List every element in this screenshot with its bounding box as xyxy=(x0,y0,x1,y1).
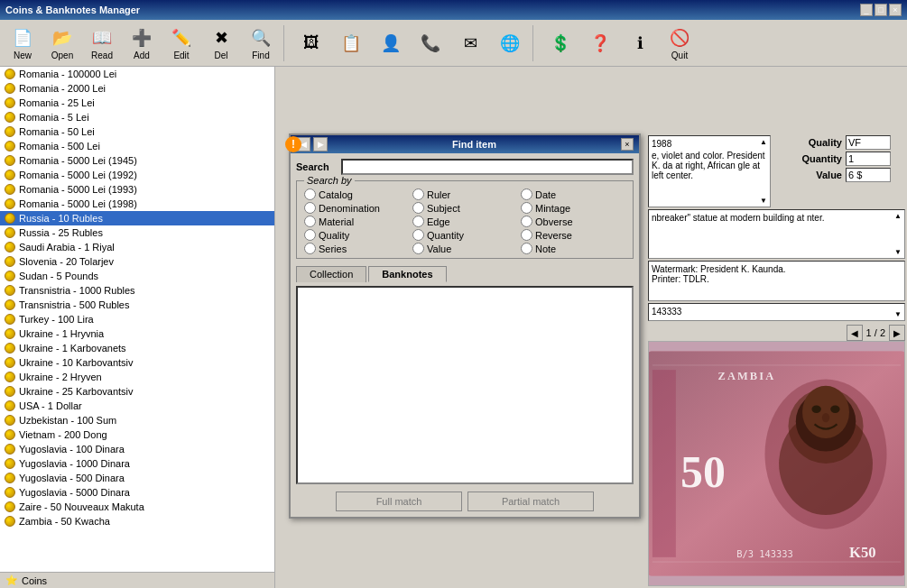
radio-subject[interactable]: Subject xyxy=(412,202,517,214)
list-item[interactable]: Romania - 25 Lei xyxy=(0,96,274,110)
page-prev-button[interactable]: ◀ xyxy=(847,325,863,341)
list-item[interactable]: Yugoslavia - 500 Dinara xyxy=(0,471,274,485)
coin-icon xyxy=(4,443,16,455)
toolbar-btn-13[interactable]: 🌐 xyxy=(491,23,529,64)
list-item-label: Romania - 5000 Lei (1992) xyxy=(19,170,137,180)
list-item[interactable]: Romania - 2000 Lei xyxy=(0,81,274,96)
quantity-input[interactable] xyxy=(846,152,891,166)
svg-text:ZAMBIA: ZAMBIA xyxy=(718,370,776,382)
read-button[interactable]: 📖 Read xyxy=(83,23,121,64)
radio-series[interactable]: Series xyxy=(304,243,409,254)
scroll-up-2-icon[interactable]: ▲ xyxy=(893,212,902,220)
toolbar-btn-15[interactable]: ❓ xyxy=(581,23,619,64)
scroll-up-icon[interactable]: ▲ xyxy=(759,138,768,146)
radio-material[interactable]: Material xyxy=(304,216,409,227)
minimize-button[interactable]: _ xyxy=(860,4,873,16)
list-item[interactable]: Sudan - 5 Pounds xyxy=(0,269,274,283)
list-item[interactable]: Ukraine - 1 Hryvnia xyxy=(0,326,274,341)
coin-icon xyxy=(4,154,16,167)
list-item[interactable]: USA - 1 Dollar xyxy=(0,399,274,413)
list-item[interactable]: Transnistria - 500 Rubles xyxy=(0,298,274,312)
list-item[interactable]: Ukraine - 25 Karbovantsiv xyxy=(0,384,274,399)
list-item[interactable]: Ukraine - 1 Karbovanets xyxy=(0,341,274,355)
toolbar-btn-10[interactable]: 👤 xyxy=(372,23,410,64)
list-item[interactable]: Yugoslavia - 1000 Dinara xyxy=(0,456,274,471)
toolbar-btn-11[interactable]: 📞 xyxy=(412,23,449,64)
toolbar-btn-12[interactable]: ✉ xyxy=(451,23,489,64)
coin-icon xyxy=(4,501,16,513)
list-item[interactable]: Yugoslavia - 100 Dinara xyxy=(0,442,274,456)
find-button[interactable]: 🔍 Find xyxy=(242,23,280,64)
page-next-button[interactable]: ▶ xyxy=(889,325,905,341)
list-item[interactable]: Turkey - 100 Lira xyxy=(0,312,274,326)
find-dialog-close-button[interactable]: × xyxy=(621,138,634,151)
list-item[interactable]: Zambia - 50 Kwacha xyxy=(0,514,274,528)
radio-note[interactable]: Note xyxy=(521,243,625,254)
list-item[interactable]: Ukraine - 10 Karbovantsiv xyxy=(0,355,274,370)
list-item[interactable]: Russia - 25 Rubles xyxy=(0,225,274,240)
coin-icon xyxy=(4,125,16,138)
edit-button[interactable]: ✏️ Edit xyxy=(162,23,200,64)
tab-collection[interactable]: Collection xyxy=(296,266,366,282)
radio-ruler[interactable]: Ruler xyxy=(412,188,517,200)
radio-obverse[interactable]: Obverse xyxy=(521,216,625,227)
tab-banknotes[interactable]: Banknotes xyxy=(368,266,446,282)
list-item[interactable]: Romania - 50 Lei xyxy=(0,124,274,139)
list-item[interactable]: Romania - 5000 Lei (1992) xyxy=(0,168,274,182)
results-area[interactable] xyxy=(296,286,634,484)
toolbar-btn-8[interactable]: 🖼 xyxy=(292,23,330,64)
find-nav-forward[interactable]: ▶ xyxy=(313,137,328,152)
list-item[interactable]: Yugoslavia - 5000 Dinara xyxy=(0,485,274,500)
partial-match-button[interactable]: Partial match xyxy=(467,492,594,511)
list-item[interactable]: Uzbekistan - 100 Sum xyxy=(0,413,274,427)
quality-input[interactable] xyxy=(846,135,891,150)
quantity-row: Quantity xyxy=(774,152,905,166)
value-input[interactable] xyxy=(846,168,891,182)
detail-panel: 1988 e, violet and color. President K. d… xyxy=(646,133,907,588)
window-controls[interactable]: _ □ × xyxy=(860,4,902,16)
radio-date[interactable]: Date xyxy=(521,188,625,200)
radio-value[interactable]: Value xyxy=(412,243,517,254)
radio-quality[interactable]: Quality xyxy=(304,229,409,241)
list-item[interactable]: Romania - 100000 Lei xyxy=(0,67,274,81)
close-button[interactable]: × xyxy=(889,4,902,16)
list-item[interactable]: Romania - 5 Lei xyxy=(0,110,274,124)
find-dialog-title: Find item xyxy=(452,139,496,150)
list-item[interactable]: Romania - 5000 Lei (1998) xyxy=(0,197,274,211)
list-item-label: Yugoslavia - 5000 Dinara xyxy=(19,487,130,498)
toolbar-btn-9[interactable]: 📋 xyxy=(332,23,370,64)
list-item[interactable]: Romania - 500 Lei xyxy=(0,139,274,153)
toolbar: 📄 New 📂 Open 📖 Read ➕ Add ✏️ Edit ✖ Del … xyxy=(0,20,907,67)
radio-mintage[interactable]: Mintage xyxy=(521,202,625,214)
radio-reverse[interactable]: Reverse xyxy=(521,229,625,241)
radio-catalog[interactable]: Catalog xyxy=(304,188,409,200)
list-item[interactable]: Saudi Arabia - 1 Riyal xyxy=(0,240,274,254)
del-button[interactable]: ✖ Del xyxy=(202,23,240,64)
new-button[interactable]: 📄 New xyxy=(4,23,42,64)
scroll-down-3-icon[interactable]: ▼ xyxy=(893,310,902,318)
full-match-button[interactable]: Full match xyxy=(336,492,462,511)
radio-denomination[interactable]: Denomination xyxy=(304,202,409,214)
scroll-down-2-icon[interactable]: ▼ xyxy=(893,248,902,256)
list-item[interactable]: Romania - 5000 Lei (1945) xyxy=(0,153,274,168)
list-item[interactable]: Russia - 10 Rubles xyxy=(0,211,274,225)
list-item[interactable]: Ukraine - 2 Hryven xyxy=(0,370,274,384)
open-button[interactable]: 📂 Open xyxy=(43,23,81,64)
toolbar-btn-14[interactable]: 💲 xyxy=(541,23,579,64)
scroll-down-icon[interactable]: ▼ xyxy=(759,197,768,205)
list-item[interactable]: Zaire - 50 Nouveaux Makuta xyxy=(0,500,274,514)
search-input[interactable] xyxy=(341,159,634,175)
radio-edge[interactable]: Edge xyxy=(412,216,517,227)
list-item[interactable]: Transnistria - 1000 Rubles xyxy=(0,283,274,298)
clipboard-icon: 📋 xyxy=(338,31,364,56)
list-item[interactable]: Vietnam - 200 Dong xyxy=(0,427,274,442)
list-item[interactable]: Romania - 5000 Lei (1993) xyxy=(0,182,274,197)
toolbar-btn-16[interactable]: ℹ xyxy=(621,23,659,64)
add-button[interactable]: ➕ Add xyxy=(123,23,161,64)
quit-button[interactable]: 🚫 Quit xyxy=(661,23,699,64)
radio-quantity[interactable]: Quantity xyxy=(412,229,517,241)
list-item[interactable]: Slovenia - 20 Tolarjev xyxy=(0,254,274,269)
item-list[interactable]: Romania - 100000 LeiRomania - 2000 LeiRo… xyxy=(0,67,274,572)
maximize-button[interactable]: □ xyxy=(875,4,887,16)
list-item-label: Romania - 2000 Lei xyxy=(19,83,106,94)
